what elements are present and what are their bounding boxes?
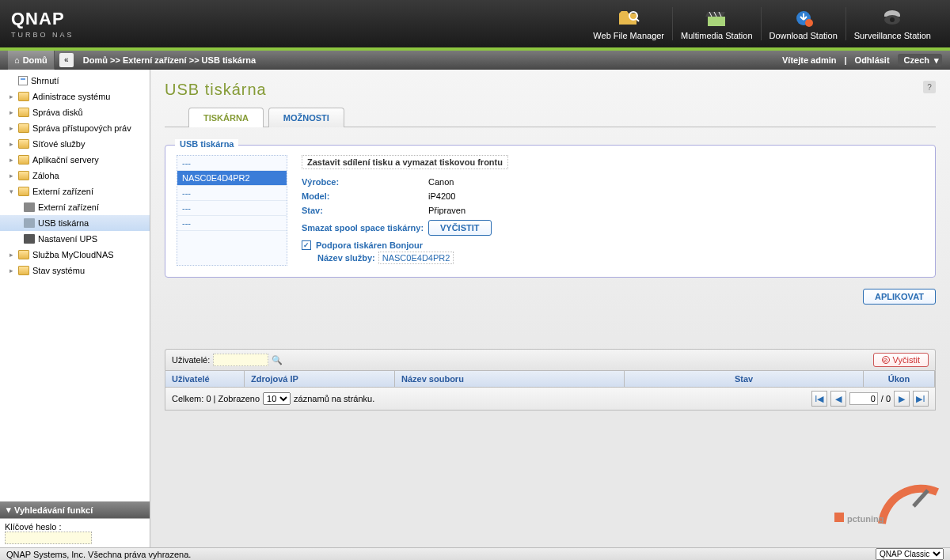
printer-slot-4[interactable]: --- [177, 216, 287, 231]
users-search-input[interactable] [213, 354, 268, 366]
col-state[interactable]: Stav [625, 371, 864, 387]
footer: QNAP Systems, Inc. Všechna práva vyhraze… [0, 547, 950, 560]
queue-clear-button[interactable]: ⊘Vyčistit [873, 353, 929, 367]
bonjour-checkbox[interactable]: ✓Podpora tiskáren Bonjour [302, 240, 924, 250]
main-content: ? USB tiskárna TISKÁRNA MOŽNOSTI USB tis… [150, 70, 950, 547]
pager-first[interactable]: I◀ [811, 391, 827, 407]
printer-icon [24, 218, 35, 228]
stop-sharing-button[interactable]: Zastavit sdílení tisku a vymazat tiskovo… [302, 155, 508, 169]
folder-icon [18, 250, 29, 259]
search-icon[interactable]: 🔍 [272, 355, 283, 365]
breadcrumb-bar: ⌂ Domů « Domů >> Externí zařízení >> USB… [0, 51, 950, 70]
tree-access-rights[interactable]: ▸Správa přístupových práv [0, 120, 150, 136]
printer-slot-0[interactable]: --- [177, 156, 287, 171]
nav-label: Multimedia Station [681, 31, 753, 40]
printer-slot-1[interactable]: NASC0E4D4PR2 [177, 171, 287, 186]
total-label: Celkem: [172, 394, 203, 403]
sidebar: Shrnutí ▸Adinistrace systému ▸Správa dis… [0, 70, 150, 547]
nav-multimedia-station[interactable]: Multimedia Station [672, 7, 761, 40]
clapper-icon [705, 7, 728, 29]
tab-options[interactable]: MOŽNOSTI [268, 108, 344, 127]
state-value: Připraven [428, 206, 466, 215]
nav-label: Web File Manager [593, 31, 664, 40]
tab-printer[interactable]: TISKÁRNA [188, 108, 264, 127]
manufacturer-label: Výrobce: [302, 177, 428, 187]
folder-icon [18, 123, 29, 133]
col-ip[interactable]: Zdrojová IP [245, 371, 395, 387]
pager-current[interactable] [849, 392, 878, 405]
download-icon [792, 7, 815, 29]
tree-usb-printer[interactable]: USB tiskárna [0, 215, 150, 231]
search-keyword-input[interactable] [5, 532, 92, 544]
model-value: iP4200 [428, 191, 455, 201]
camera-dome-icon [880, 7, 904, 29]
folder-icon [18, 266, 29, 275]
tree-system-admin[interactable]: ▸Adinistrace systému [0, 89, 150, 104]
printer-fieldset: USB tiskárna --- NASC0E4D4PR2 --- --- --… [165, 145, 936, 278]
nav-download-station[interactable]: Download Station [761, 7, 846, 40]
pager: I◀ ◀ / 0 ▶ ▶I [811, 391, 929, 407]
queue-grid-header: Uživatelé Zdrojová IP Název souboru Stav… [165, 371, 936, 388]
ups-icon [24, 234, 35, 244]
theme-select[interactable]: QNAP Classic [876, 548, 944, 560]
tabs: TISKÁRNA MOŽNOSTI [165, 107, 936, 127]
svg-line-7 [914, 490, 928, 506]
spool-clear-label: Smazat spool space tiskárny: [302, 223, 428, 233]
tree-mycloudnas[interactable]: ▸Služba MyCloudNAS [0, 247, 150, 263]
tree-backup[interactable]: ▸Záloha [0, 168, 150, 184]
folder-icon [18, 108, 29, 117]
tree-ups-settings[interactable]: Nastavení UPS [0, 231, 150, 247]
nav-label: Download Station [770, 31, 838, 40]
pager-total: / 0 [881, 394, 891, 403]
pager-prev[interactable]: ◀ [830, 391, 846, 407]
home-icon: ⌂ [14, 55, 20, 65]
page-size-select[interactable]: 10 [263, 392, 291, 405]
help-icon[interactable]: ? [923, 81, 936, 93]
tree-summary[interactable]: Shrnutí [0, 73, 150, 89]
logout-link[interactable]: Odhlásit [855, 55, 890, 65]
sidebar-search-header[interactable]: ▾Vyhledávání funkcí [0, 501, 150, 518]
watermark: pctuning [787, 468, 945, 533]
breadcrumb-home[interactable]: ⌂ Domů [8, 51, 55, 70]
apply-button[interactable]: APLIKOVAT [863, 289, 936, 305]
svg-point-6 [890, 17, 895, 22]
sidebar-search-body: Klíčové heslo : [0, 518, 150, 547]
chevron-down-icon: ▾ [6, 505, 11, 515]
folder-icon [18, 92, 29, 101]
tree-external-devices[interactable]: ▾Externí zařízení [0, 184, 150, 199]
language-selector[interactable]: Czech [898, 54, 942, 66]
col-action[interactable]: Úkon [864, 371, 935, 387]
brand-logo: QNAP TURBO NAS [11, 9, 74, 39]
tree-system-status[interactable]: ▸Stav systému [0, 263, 150, 278]
manufacturer-value: Canon [428, 177, 454, 187]
tree-network-services[interactable]: ▸Síťové služby [0, 136, 150, 152]
tree-external-devices-sub[interactable]: Externí zařízení [0, 199, 150, 215]
svg-rect-2 [708, 17, 725, 26]
model-label: Model: [302, 191, 428, 201]
col-user[interactable]: Uživatelé [165, 371, 245, 387]
pager-next[interactable]: ▶ [894, 391, 910, 407]
printer-slot-3[interactable]: --- [177, 201, 287, 216]
tree-disk-mgmt[interactable]: ▸Správa disků [0, 104, 150, 120]
service-name-input[interactable]: NASC0E4D4PR2 [378, 252, 454, 264]
tree-application-servers[interactable]: ▸Aplikační servery [0, 152, 150, 168]
col-file[interactable]: Název souboru [395, 371, 625, 387]
device-icon [24, 202, 35, 212]
folder-open-icon [18, 187, 29, 196]
printer-list: --- NASC0E4D4PR2 --- --- --- [177, 155, 287, 266]
summary-icon [18, 76, 28, 85]
pager-last[interactable]: ▶I [913, 391, 929, 407]
clear-icon: ⊘ [882, 356, 890, 364]
svg-rect-8 [834, 513, 844, 522]
printer-slot-2[interactable]: --- [177, 186, 287, 201]
svg-point-4 [805, 19, 813, 27]
svg-text:pctuning: pctuning [847, 514, 884, 524]
printer-details: Zastavit sdílení tisku a vymazat tiskovo… [302, 155, 924, 266]
brand-subtitle: TURBO NAS [11, 31, 74, 39]
nav-web-file-manager[interactable]: Web File Manager [585, 7, 672, 40]
collapse-sidebar-button[interactable]: « [59, 53, 74, 67]
nav-surveillance-station[interactable]: Surveillance Station [846, 7, 939, 40]
queue-toolbar: Uživatelé: 🔍 ⊘Vyčistit [165, 349, 936, 371]
checkmark-icon: ✓ [302, 240, 311, 250]
clean-spool-button[interactable]: VYČISTIT [428, 220, 492, 236]
